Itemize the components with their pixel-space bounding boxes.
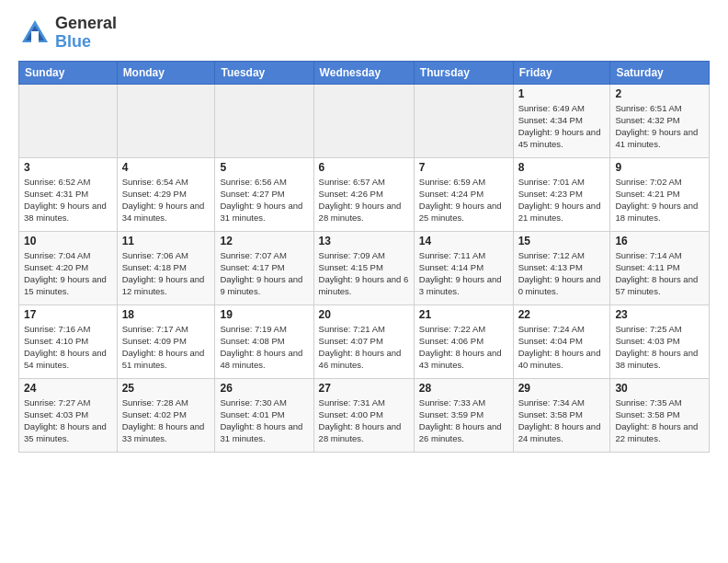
day-info: Sunrise: 7:07 AM Sunset: 4:17 PM Dayligh… [220, 249, 308, 298]
day-info: Sunrise: 7:31 AM Sunset: 4:00 PM Dayligh… [319, 396, 409, 445]
calendar-cell: 1Sunrise: 6:49 AM Sunset: 4:34 PM Daylig… [513, 84, 610, 157]
calendar-cell: 24Sunrise: 7:27 AM Sunset: 4:03 PM Dayli… [19, 378, 118, 452]
calendar-cell: 25Sunrise: 7:28 AM Sunset: 4:02 PM Dayli… [117, 378, 215, 452]
calendar-cell [19, 84, 118, 157]
day-number: 11 [122, 235, 210, 247]
svg-rect-3 [31, 31, 39, 42]
calendar-cell: 13Sunrise: 7:09 AM Sunset: 4:15 PM Dayli… [313, 231, 414, 304]
day-info: Sunrise: 7:04 AM Sunset: 4:20 PM Dayligh… [24, 249, 112, 298]
day-info: Sunrise: 6:49 AM Sunset: 4:34 PM Dayligh… [518, 102, 606, 151]
calendar-cell: 17Sunrise: 7:16 AM Sunset: 4:10 PM Dayli… [19, 304, 118, 378]
weekday-header-saturday: Saturday [610, 61, 710, 84]
logo-line2: Blue [55, 32, 91, 51]
calendar-cell: 14Sunrise: 7:11 AM Sunset: 4:14 PM Dayli… [414, 231, 513, 304]
day-number: 20 [319, 308, 409, 321]
day-info: Sunrise: 7:34 AM Sunset: 3:58 PM Dayligh… [518, 396, 606, 445]
day-info: Sunrise: 6:54 AM Sunset: 4:29 PM Dayligh… [122, 176, 210, 224]
day-number: 29 [518, 382, 606, 395]
calendar-cell [117, 84, 215, 157]
day-info: Sunrise: 7:16 AM Sunset: 4:10 PM Dayligh… [24, 323, 112, 372]
calendar-cell: 30Sunrise: 7:35 AM Sunset: 3:58 PM Dayli… [610, 378, 710, 452]
calendar-cell: 16Sunrise: 7:14 AM Sunset: 4:11 PM Dayli… [610, 231, 710, 304]
day-info: Sunrise: 7:28 AM Sunset: 4:02 PM Dayligh… [122, 396, 210, 445]
weekday-header-sunday: Sunday [19, 61, 118, 84]
day-number: 19 [220, 308, 308, 321]
day-number: 26 [220, 382, 308, 395]
day-number: 7 [419, 161, 508, 174]
calendar-body: 1Sunrise: 6:49 AM Sunset: 4:34 PM Daylig… [19, 84, 710, 452]
day-info: Sunrise: 7:35 AM Sunset: 3:58 PM Dayligh… [615, 396, 704, 445]
calendar-cell [414, 84, 513, 157]
day-number: 13 [319, 235, 409, 247]
day-number: 18 [122, 308, 210, 321]
logo-text: General Blue [55, 15, 117, 52]
day-info: Sunrise: 6:57 AM Sunset: 4:26 PM Dayligh… [319, 176, 409, 224]
day-info: Sunrise: 7:12 AM Sunset: 4:13 PM Dayligh… [518, 249, 606, 298]
week-row-3: 10Sunrise: 7:04 AM Sunset: 4:20 PM Dayli… [19, 231, 710, 304]
calendar-cell: 3Sunrise: 6:52 AM Sunset: 4:31 PM Daylig… [19, 157, 118, 231]
day-info: Sunrise: 7:17 AM Sunset: 4:09 PM Dayligh… [122, 323, 210, 372]
day-number: 15 [518, 235, 606, 247]
day-number: 24 [24, 382, 112, 395]
page: General Blue SundayMondayTuesdayWednesda… [0, 0, 728, 462]
calendar-cell: 2Sunrise: 6:51 AM Sunset: 4:32 PM Daylig… [610, 84, 710, 157]
calendar-cell: 19Sunrise: 7:19 AM Sunset: 4:08 PM Dayli… [215, 304, 313, 378]
calendar-cell: 4Sunrise: 6:54 AM Sunset: 4:29 PM Daylig… [117, 157, 215, 231]
day-number: 9 [615, 161, 704, 174]
day-number: 12 [220, 235, 308, 247]
day-info: Sunrise: 7:14 AM Sunset: 4:11 PM Dayligh… [615, 249, 704, 298]
day-number: 16 [615, 235, 704, 247]
weekday-header-monday: Monday [117, 61, 215, 84]
day-number: 23 [615, 308, 704, 321]
week-row-4: 17Sunrise: 7:16 AM Sunset: 4:10 PM Dayli… [19, 304, 710, 378]
calendar-header: SundayMondayTuesdayWednesdayThursdayFrid… [19, 61, 710, 84]
calendar-cell [215, 84, 313, 157]
day-number: 3 [24, 161, 112, 174]
weekday-header-wednesday: Wednesday [313, 61, 414, 84]
day-info: Sunrise: 6:59 AM Sunset: 4:24 PM Dayligh… [419, 176, 508, 224]
day-number: 6 [319, 161, 409, 174]
logo-icon [18, 17, 51, 50]
weekday-header-thursday: Thursday [414, 61, 513, 84]
calendar-cell: 26Sunrise: 7:30 AM Sunset: 4:01 PM Dayli… [215, 378, 313, 452]
calendar-cell: 15Sunrise: 7:12 AM Sunset: 4:13 PM Dayli… [513, 231, 610, 304]
calendar-cell: 5Sunrise: 6:56 AM Sunset: 4:27 PM Daylig… [215, 157, 313, 231]
calendar-cell: 7Sunrise: 6:59 AM Sunset: 4:24 PM Daylig… [414, 157, 513, 231]
day-info: Sunrise: 7:06 AM Sunset: 4:18 PM Dayligh… [122, 249, 210, 298]
day-number: 27 [319, 382, 409, 395]
day-info: Sunrise: 6:52 AM Sunset: 4:31 PM Dayligh… [24, 176, 112, 224]
day-number: 25 [122, 382, 210, 395]
day-number: 4 [122, 161, 210, 174]
weekday-row: SundayMondayTuesdayWednesdayThursdayFrid… [19, 61, 710, 84]
day-number: 10 [24, 235, 112, 247]
day-info: Sunrise: 7:33 AM Sunset: 3:59 PM Dayligh… [419, 396, 508, 445]
day-info: Sunrise: 7:24 AM Sunset: 4:04 PM Dayligh… [518, 323, 606, 372]
day-info: Sunrise: 6:56 AM Sunset: 4:27 PM Dayligh… [220, 176, 308, 224]
day-info: Sunrise: 7:19 AM Sunset: 4:08 PM Dayligh… [220, 323, 308, 372]
day-info: Sunrise: 7:11 AM Sunset: 4:14 PM Dayligh… [419, 249, 508, 298]
calendar-cell: 21Sunrise: 7:22 AM Sunset: 4:06 PM Dayli… [414, 304, 513, 378]
weekday-header-friday: Friday [513, 61, 610, 84]
logo: General Blue [18, 15, 117, 52]
weekday-header-tuesday: Tuesday [215, 61, 313, 84]
day-number: 30 [615, 382, 704, 395]
day-number: 5 [220, 161, 308, 174]
day-number: 2 [615, 87, 704, 100]
calendar-cell: 12Sunrise: 7:07 AM Sunset: 4:17 PM Dayli… [215, 231, 313, 304]
calendar-table: SundayMondayTuesdayWednesdayThursdayFrid… [18, 61, 710, 453]
calendar-cell: 20Sunrise: 7:21 AM Sunset: 4:07 PM Dayli… [313, 304, 414, 378]
header: General Blue [18, 15, 710, 52]
day-info: Sunrise: 7:30 AM Sunset: 4:01 PM Dayligh… [220, 396, 308, 445]
day-number: 21 [419, 308, 508, 321]
calendar-cell: 27Sunrise: 7:31 AM Sunset: 4:00 PM Dayli… [313, 378, 414, 452]
week-row-2: 3Sunrise: 6:52 AM Sunset: 4:31 PM Daylig… [19, 157, 710, 231]
day-info: Sunrise: 7:02 AM Sunset: 4:21 PM Dayligh… [615, 176, 704, 224]
calendar-cell: 8Sunrise: 7:01 AM Sunset: 4:23 PM Daylig… [513, 157, 610, 231]
day-number: 1 [518, 87, 606, 100]
calendar-cell [313, 84, 414, 157]
calendar-cell: 18Sunrise: 7:17 AM Sunset: 4:09 PM Dayli… [117, 304, 215, 378]
calendar-cell: 11Sunrise: 7:06 AM Sunset: 4:18 PM Dayli… [117, 231, 215, 304]
week-row-5: 24Sunrise: 7:27 AM Sunset: 4:03 PM Dayli… [19, 378, 710, 452]
day-number: 28 [419, 382, 508, 395]
calendar-cell: 28Sunrise: 7:33 AM Sunset: 3:59 PM Dayli… [414, 378, 513, 452]
